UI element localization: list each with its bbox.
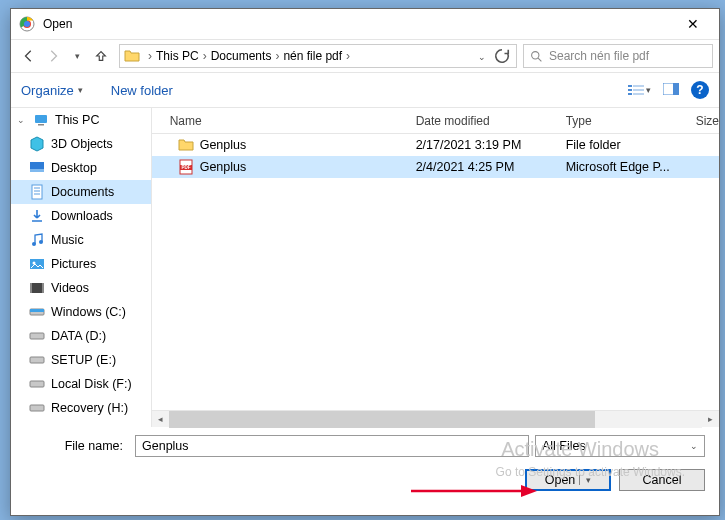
music-icon — [29, 232, 45, 248]
computer-icon — [33, 112, 49, 128]
svg-rect-31 — [30, 357, 44, 363]
open-dropdown-icon[interactable]: ▾ — [579, 475, 591, 485]
search-icon — [530, 50, 543, 63]
cube-icon — [29, 136, 45, 152]
svg-rect-6 — [633, 85, 644, 87]
folder-icon — [124, 48, 140, 64]
svg-rect-25 — [30, 283, 44, 293]
folder-icon — [178, 137, 194, 153]
organize-menu[interactable]: Organize▾ — [21, 83, 83, 98]
svg-rect-17 — [32, 185, 42, 199]
svg-point-22 — [39, 240, 43, 244]
address-dropdown[interactable]: ⌄ — [478, 49, 486, 63]
column-headers[interactable]: Name Date modified Type Size — [152, 108, 719, 134]
file-pane: Name Date modified Type Size Genplus 2/1… — [152, 108, 719, 427]
svg-rect-8 — [633, 89, 644, 91]
bottom-panel: File name: All Files⌄ Open ▾ Cancel — [11, 427, 719, 501]
svg-point-21 — [32, 242, 36, 246]
svg-line-4 — [538, 58, 541, 61]
drive-icon — [29, 304, 45, 320]
tree-drive-c[interactable]: Windows (C:) — [11, 300, 151, 324]
scroll-right-icon[interactable]: ▸ — [702, 411, 719, 428]
tree-desktop[interactable]: Desktop — [11, 156, 151, 180]
drive-icon — [29, 352, 45, 368]
recent-dropdown[interactable]: ▾ — [65, 44, 89, 68]
file-row[interactable]: Genplus 2/17/2021 3:19 PM File folder — [152, 134, 719, 156]
pdf-icon: PDF — [178, 159, 194, 175]
address-bar[interactable]: › This PC › Documents › nén file pdf › ⌄ — [119, 44, 517, 68]
svg-rect-27 — [42, 283, 44, 293]
tree-3dobjects[interactable]: 3D Objects — [11, 132, 151, 156]
open-button[interactable]: Open ▾ — [525, 469, 611, 491]
documents-icon — [29, 184, 45, 200]
filename-label: File name: — [25, 439, 129, 453]
tree-videos[interactable]: Videos — [11, 276, 151, 300]
svg-rect-30 — [30, 333, 44, 339]
search-placeholder: Search nén file pdf — [549, 49, 649, 63]
pictures-icon — [29, 256, 45, 272]
col-type[interactable]: Type — [558, 114, 688, 128]
svg-text:PDF: PDF — [181, 165, 190, 170]
tree-thispc[interactable]: ⌄ This PC — [11, 108, 151, 132]
svg-rect-26 — [30, 283, 32, 293]
crumb-thispc[interactable]: This PC — [156, 49, 199, 63]
col-name[interactable]: Name — [152, 114, 408, 128]
crumb-documents[interactable]: Documents — [211, 49, 272, 63]
svg-point-2 — [24, 21, 30, 27]
new-folder-button[interactable]: New folder — [111, 83, 173, 98]
filename-input[interactable] — [135, 435, 529, 457]
svg-rect-32 — [30, 381, 44, 387]
col-date[interactable]: Date modified — [408, 114, 558, 128]
tree-music[interactable]: Music — [11, 228, 151, 252]
col-size[interactable]: Size — [688, 114, 719, 128]
refresh-button[interactable] — [492, 46, 512, 66]
svg-rect-16 — [30, 169, 44, 172]
close-button[interactable]: ✕ — [675, 16, 711, 32]
svg-rect-7 — [628, 89, 632, 91]
up-button[interactable] — [89, 44, 113, 68]
open-dialog: Open ✕ ▾ › This PC › Documents › nén fil… — [10, 8, 720, 516]
window-title: Open — [43, 17, 675, 31]
drive-icon — [29, 400, 45, 416]
file-list[interactable]: Genplus 2/17/2021 3:19 PM File folder PD… — [152, 134, 719, 410]
svg-rect-14 — [38, 124, 44, 126]
back-button[interactable] — [17, 44, 41, 68]
tree-pictures[interactable]: Pictures — [11, 252, 151, 276]
file-row[interactable]: PDFGenplus 2/4/2021 4:25 PM Microsoft Ed… — [152, 156, 719, 178]
tree-documents[interactable]: Documents — [11, 180, 151, 204]
tree-drive-d[interactable]: DATA (D:) — [11, 324, 151, 348]
view-mode-button[interactable]: ▾ — [628, 84, 651, 96]
svg-rect-5 — [628, 85, 632, 87]
dialog-body: ⌄ This PC 3D Objects Desktop Documents D… — [11, 107, 719, 427]
scroll-thumb[interactable] — [169, 411, 596, 428]
scroll-left-icon[interactable]: ◂ — [152, 411, 169, 428]
horizontal-scrollbar[interactable]: ◂ ▸ — [152, 410, 719, 427]
cancel-button[interactable]: Cancel — [619, 469, 705, 491]
nav-row: ▾ › This PC › Documents › nén file pdf ›… — [11, 39, 719, 73]
app-icon — [19, 16, 35, 32]
forward-button[interactable] — [41, 44, 65, 68]
tree-drive-e[interactable]: SETUP (E:) — [11, 348, 151, 372]
titlebar: Open ✕ — [11, 9, 719, 39]
filetype-filter[interactable]: All Files⌄ — [535, 435, 705, 457]
nav-tree[interactable]: ⌄ This PC 3D Objects Desktop Documents D… — [11, 108, 152, 427]
svg-point-3 — [532, 51, 539, 58]
svg-rect-13 — [35, 115, 47, 123]
download-icon — [29, 208, 45, 224]
svg-rect-29 — [30, 309, 44, 312]
tree-drive-f[interactable]: Local Disk (F:) — [11, 372, 151, 396]
svg-rect-33 — [30, 405, 44, 411]
videos-icon — [29, 280, 45, 296]
desktop-icon — [29, 160, 45, 176]
drive-icon — [29, 328, 45, 344]
svg-rect-9 — [628, 93, 632, 95]
toolbar: Organize▾ New folder ▾ ? — [11, 73, 719, 107]
tree-drive-h[interactable]: Recovery (H:) — [11, 396, 151, 420]
drive-icon — [29, 376, 45, 392]
tree-downloads[interactable]: Downloads — [11, 204, 151, 228]
svg-rect-12 — [673, 83, 679, 95]
preview-pane-button[interactable] — [663, 83, 679, 98]
search-input[interactable]: Search nén file pdf — [523, 44, 713, 68]
help-button[interactable]: ? — [691, 81, 709, 99]
crumb-folder[interactable]: nén file pdf — [283, 49, 342, 63]
